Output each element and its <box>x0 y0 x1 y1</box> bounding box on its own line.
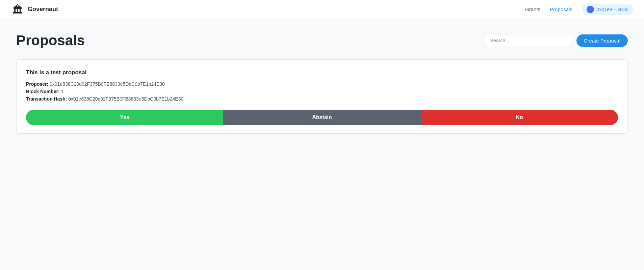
svg-rect-1 <box>14 9 16 12</box>
page-header: Proposals Create Proposal <box>16 32 628 49</box>
block-number-label: Block Number: <box>26 89 60 94</box>
page-title: Proposals <box>16 32 85 49</box>
navbar: Governaut Grants Proposals 0x01e8····4E3… <box>0 0 644 19</box>
wallet-avatar <box>587 6 594 13</box>
logo-icon <box>11 3 24 16</box>
tx-hash-row: Transaction Hash: 0x01e838C20d92F375B0FB… <box>26 96 618 102</box>
tx-hash-label: Transaction Hash: <box>26 96 67 102</box>
proposer-row: Proposer: 0x01e838C20d92F375B0FB8833e5Db… <box>26 81 618 87</box>
wallet-button[interactable]: 0x01e8····4E30 <box>582 4 633 15</box>
svg-point-6 <box>17 5 19 6</box>
nav-link-grants[interactable]: Grants <box>525 6 540 12</box>
proposer-value: 0x01e838C20d92F375B0FB8833e5DbC0b7E1b24E… <box>50 81 165 87</box>
brand-name: Governaut <box>28 6 58 13</box>
search-input[interactable] <box>485 34 572 47</box>
nav-right-section: Grants Proposals 0x01e8····4E30 <box>525 4 633 15</box>
vote-abstain-button[interactable]: Abstain <box>223 110 420 125</box>
block-number-value: 1 <box>61 89 63 94</box>
header-actions: Create Proposal <box>485 34 628 47</box>
main-content: Proposals Create Proposal This is a test… <box>0 19 644 147</box>
svg-rect-2 <box>17 9 18 12</box>
nav-link-proposals[interactable]: Proposals <box>550 6 572 12</box>
vote-yes-button[interactable]: Yes <box>26 110 223 125</box>
vote-no-button[interactable]: No <box>421 110 618 125</box>
proposal-title: This is a test proposal <box>26 69 618 76</box>
create-proposal-button[interactable]: Create Proposal <box>576 34 628 47</box>
svg-rect-0 <box>13 12 22 14</box>
svg-rect-3 <box>20 9 21 12</box>
nav-brand-section: Governaut <box>11 3 58 16</box>
block-number-row: Block Number: 1 <box>26 89 618 94</box>
svg-rect-4 <box>14 8 22 9</box>
proposal-meta: Proposer: 0x01e838C20d92F375B0FB8833e5Db… <box>26 81 618 102</box>
wallet-address: 0x01e8····4E30 <box>597 7 628 12</box>
proposer-label: Proposer: <box>26 81 48 87</box>
proposal-card: This is a test proposal Proposer: 0x01e8… <box>16 59 628 134</box>
vote-buttons: Yes Abstain No <box>26 110 618 125</box>
tx-hash-value: 0x01e838C20d92F375B0FB8833e5DbC0b7E1b24E… <box>68 96 183 102</box>
